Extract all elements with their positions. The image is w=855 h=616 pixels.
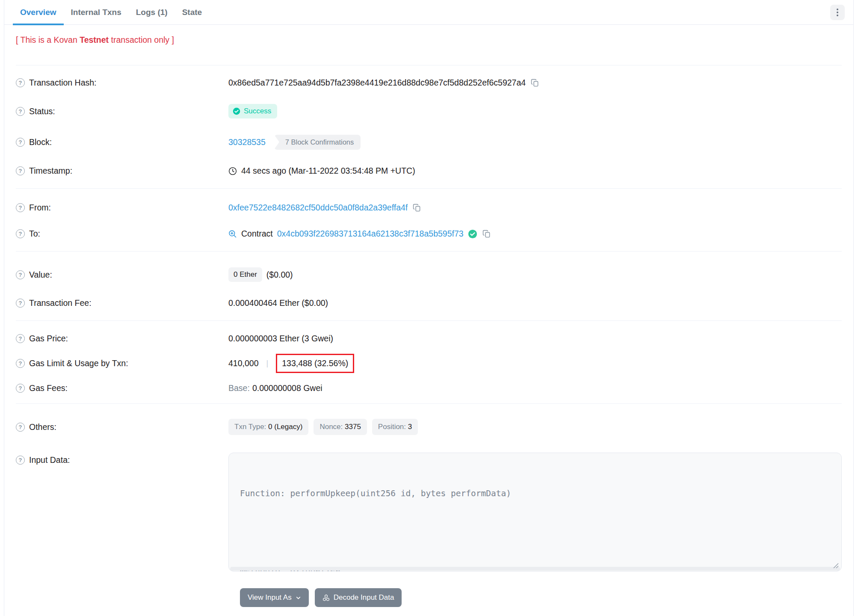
to-type-label: Contract [241,229,273,239]
help-icon[interactable]: ? [16,203,25,212]
row-label-text: Transaction Fee: [29,298,92,308]
section-others-input: ? Others: Txn Type: 0 (Legacy) Nonce: 33… [4,404,853,616]
value-amount-badge: 0 Ether [228,267,262,282]
tab-state[interactable]: State [175,0,209,25]
transaction-overview-card: Overview Internal Txns Logs (1) State [ … [4,0,854,616]
copy-hash-button[interactable] [530,79,540,87]
row-timestamp: ? Timestamp: 44 secs ago (Mar-11-2022 03… [16,158,842,184]
value-usd: ($0.00) [266,270,293,280]
copy-icon [482,230,491,238]
timestamp-value: 44 secs ago (Mar-11-2022 03:54:48 PM +UT… [241,166,415,176]
input-function-signature: Function: performUpkeep(uint256 id, byte… [240,487,830,500]
gas-usage-highlighted: 133,488 (32.56%) [276,354,354,373]
row-label-text: Others: [29,422,56,432]
kebab-icon [837,9,838,10]
help-icon[interactable]: ? [16,166,25,175]
help-icon[interactable]: ? [16,456,25,465]
copy-icon [531,79,539,87]
copy-icon [413,204,421,212]
row-label-text: Input Data: [29,455,70,465]
row-label-text: Status: [29,107,55,116]
row-label-text: Block: [29,137,52,147]
gas-price-value: 0.000000003 Ether (3 Gwei) [228,334,333,344]
help-icon[interactable]: ? [16,107,25,116]
chevron-down-icon [296,595,301,601]
base-fee-value: 0.000000008 Gwei [252,383,322,393]
tab-overview[interactable]: Overview [13,0,64,25]
row-transaction-fee: ? Transaction Fee: 0.000400464 Ether ($0… [16,290,842,316]
row-block: ? Block: 30328535 7 Block Confirmations [16,127,842,158]
magnifier-plus-icon[interactable] [228,230,237,238]
row-label-text: Gas Fees: [29,383,68,393]
input-data-textarea[interactable]: Function: performUpkeep(uint256 id, byte… [228,453,842,572]
help-icon[interactable]: ? [16,423,25,432]
gas-limit-value: 410,000 [228,358,259,368]
base-fee-label: Base: [228,383,250,393]
resize-handle-icon[interactable] [832,562,839,569]
input-horizontal-scrollbar[interactable] [230,567,840,571]
row-value: ? Value: 0 Ether ($0.00) [16,259,842,290]
tab-logs[interactable]: Logs (1) [129,0,175,25]
view-input-as-button[interactable]: View Input As [240,588,309,607]
section-gas: ? Gas Price: 0.000000003 Ether (3 Gwei) … [4,321,853,403]
block-confirmations-badge: 7 Block Confirmations [274,135,361,150]
help-icon[interactable]: ? [16,270,25,279]
to-address-link[interactable]: 0x4cb093f226983713164a62138c3f718a5b595f… [277,229,464,239]
position-badge: Position: 3 [372,419,418,435]
testnet-notice: [ This is a Kovan Testnet transaction on… [16,35,842,45]
help-icon[interactable]: ? [16,334,25,343]
help-icon[interactable]: ? [16,359,25,368]
section-hash-status-block-time: ? Transaction Hash: 0x86ed5a771e725aa94d… [4,65,853,188]
row-to: ? To: Contract 0x4cb093f226983713164a621… [16,221,842,247]
clock-icon [228,167,237,175]
row-label-text: Value: [29,270,52,280]
tab-internal-txns[interactable]: Internal Txns [64,0,129,25]
row-label-text: Timestamp: [29,166,72,176]
help-icon[interactable]: ? [16,299,25,308]
from-address-link[interactable]: 0xfee7522e8482682cf50ddc50a0f8da2a39effa… [228,203,408,213]
tab-bar: Overview Internal Txns Logs (1) State [4,0,853,25]
row-label-text: To: [29,229,40,239]
row-from: ? From: 0xfee7522e8482682cf50ddc50a0f8da… [16,195,842,221]
row-label-text: Gas Limit & Usage by Txn: [29,358,128,368]
row-label-text: Transaction Hash: [29,78,97,88]
row-label-text: Gas Price: [29,334,68,344]
help-icon[interactable]: ? [16,229,25,238]
status-badge: Success [228,104,277,118]
input-actions: View Input As Decode Input Data [240,588,842,607]
transaction-hash-value: 0x86ed5a771e725aa94d5b7fa2398e4419e216d8… [228,78,526,88]
decode-input-data-button[interactable]: Decode Input Data [315,588,402,607]
nonce-badge: Nonce: 3375 [314,419,367,435]
row-input-data: ? Input Data: Function: performUpkeep(ui… [16,443,842,580]
row-gas-price: ? Gas Price: 0.000000003 Ether (3 Gwei) [16,328,842,349]
row-gas-limit-usage: ? Gas Limit & Usage by Txn: 410,000 | 13… [16,349,842,377]
row-label-text: From: [29,203,51,213]
help-icon[interactable]: ? [16,78,25,87]
section-from-to: ? From: 0xfee7522e8482682cf50ddc50a0f8da… [4,189,853,251]
help-icon[interactable]: ? [16,138,25,147]
block-number-link[interactable]: 30328535 [228,137,266,147]
decode-cubes-icon [322,594,330,601]
copy-to-button[interactable] [482,230,491,238]
more-options-button[interactable] [830,5,845,20]
section-value-fee: ? Value: 0 Ether ($0.00) ? Transaction F… [4,252,853,320]
verified-check-icon [468,229,477,239]
row-transaction-hash: ? Transaction Hash: 0x86ed5a771e725aa94d… [16,70,842,96]
testnet-notice-wrap: [ This is a Kovan Testnet transaction on… [4,25,853,65]
row-gas-fees: ? Gas Fees: Base: 0.000000008 Gwei [16,377,842,399]
separator: | [266,359,269,368]
txn-type-badge: Txn Type: 0 (Legacy) [228,419,308,435]
row-status: ? Status: Success [16,96,842,127]
check-circle-icon [233,107,240,115]
help-icon[interactable]: ? [16,384,25,393]
copy-from-button[interactable] [412,204,422,212]
row-others: ? Others: Txn Type: 0 (Legacy) Nonce: 33… [16,411,842,443]
transaction-fee-value: 0.000400464 Ether ($0.00) [228,298,328,308]
